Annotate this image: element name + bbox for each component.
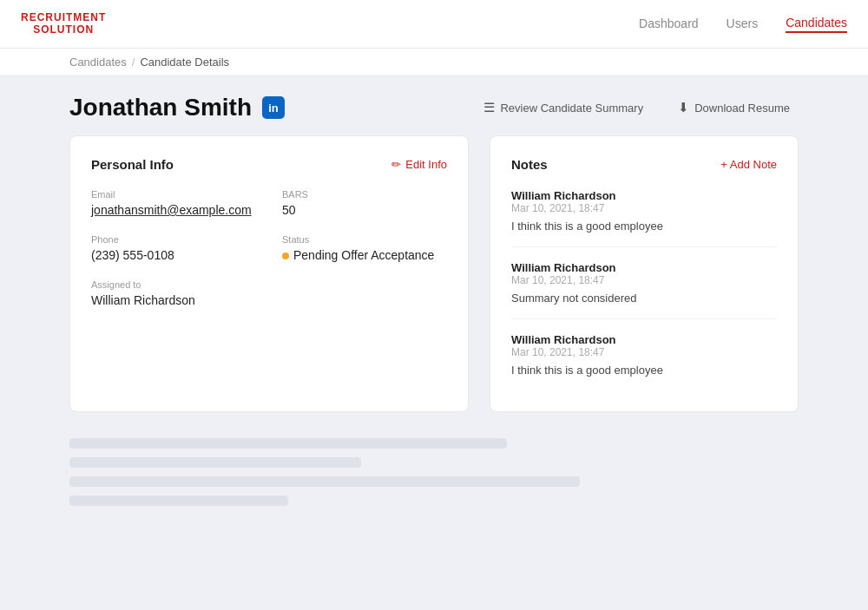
pencil-icon: ✏	[391, 158, 401, 171]
personal-info-grid: Email jonathansmith@example.com BARS 50 …	[91, 189, 447, 307]
notes-header: Notes + Add Note	[511, 157, 777, 172]
assigned-label: Assigned to	[91, 279, 256, 290]
notes-title: Notes	[511, 157, 548, 172]
nav-links: Dashboard Users Candidates	[639, 16, 847, 33]
add-note-button[interactable]: + Add Note	[720, 158, 777, 171]
note-text-1: Summary not considered	[511, 292, 777, 305]
logo: RECRUITMENT SOLUTION	[21, 12, 106, 35]
assigned-value: William Richardson	[91, 293, 256, 307]
note-text-0: I think this is a good employee	[511, 220, 777, 233]
nav-dashboard[interactable]: Dashboard	[639, 16, 699, 32]
note-time-2: Mar 10, 2021, 18:47	[511, 346, 777, 358]
note-entry-0: William Richardson Mar 10, 2021, 18:47 I…	[511, 189, 777, 247]
review-summary-button[interactable]: ☰ Review Candidate Summary	[475, 95, 652, 121]
download-resume-label: Download Resume	[694, 102, 790, 115]
status-label: Status	[282, 234, 447, 245]
main-content: Personal Info ✏ Edit Info Email jonathan…	[0, 135, 868, 412]
breadcrumb-separator: /	[132, 56, 135, 69]
breadcrumb: Candidates / Candidate Details	[0, 49, 868, 76]
download-icon: ⬇	[678, 100, 689, 115]
note-author-1: William Richardson	[511, 261, 777, 274]
assigned-field: Assigned to William Richardson	[91, 279, 256, 307]
nav-candidates[interactable]: Candidates	[786, 16, 847, 33]
email-field: Email jonathansmith@example.com	[91, 189, 256, 217]
note-author-0: William Richardson	[511, 189, 777, 202]
notes-list: William Richardson Mar 10, 2021, 18:47 I…	[511, 189, 777, 390]
phone-field: Phone (239) 555-0108	[91, 234, 256, 262]
blurred-row-4	[69, 495, 288, 506]
top-nav: RECRUITMENT SOLUTION Dashboard Users Can…	[0, 0, 868, 49]
page-title: Jonathan Smith	[69, 94, 252, 121]
note-text-2: I think this is a good employee	[511, 364, 777, 377]
logo-line2: SOLUTION	[33, 24, 94, 36]
blurred-content	[0, 421, 868, 532]
personal-info-card: Personal Info ✏ Edit Info Email jonathan…	[69, 135, 469, 412]
edit-info-button[interactable]: ✏ Edit Info	[391, 158, 447, 171]
edit-info-label: Edit Info	[405, 158, 447, 171]
email-label: Email	[91, 189, 256, 200]
review-summary-label: Review Candidate Summary	[500, 102, 643, 115]
bars-label: BARS	[282, 189, 447, 200]
linkedin-icon[interactable]: in	[262, 96, 285, 119]
page-header: Jonathan Smith in ☰ Review Candidate Sum…	[0, 76, 868, 135]
breadcrumb-current: Candidate Details	[140, 56, 229, 69]
download-resume-button[interactable]: ⬇ Download Resume	[669, 95, 799, 121]
bars-value: 50	[282, 203, 447, 217]
header-actions: ☰ Review Candidate Summary ⬇ Download Re…	[475, 95, 799, 121]
blurred-row-3	[69, 476, 580, 487]
document-icon: ☰	[483, 100, 495, 115]
note-entry-1: William Richardson Mar 10, 2021, 18:47 S…	[511, 261, 777, 319]
blurred-row-1	[69, 438, 507, 449]
bars-field: BARS 50	[282, 189, 447, 217]
status-value: Pending Offer Acceptance	[282, 248, 447, 262]
notes-card: Notes + Add Note William Richardson Mar …	[490, 135, 799, 412]
note-author-2: William Richardson	[511, 333, 777, 346]
personal-info-title: Personal Info	[91, 157, 174, 172]
breadcrumb-parent[interactable]: Candidates	[69, 56, 127, 69]
blurred-row-2	[69, 457, 361, 468]
note-time-1: Mar 10, 2021, 18:47	[511, 274, 777, 286]
phone-value: (239) 555-0108	[91, 248, 256, 262]
nav-users[interactable]: Users	[727, 16, 759, 32]
logo-line1: RECRUITMENT	[21, 12, 106, 23]
title-row: Jonathan Smith in	[69, 94, 285, 121]
email-value: jonathansmith@example.com	[91, 203, 256, 217]
note-entry-2: William Richardson Mar 10, 2021, 18:47 I…	[511, 333, 777, 390]
personal-info-header: Personal Info ✏ Edit Info	[91, 157, 447, 172]
phone-label: Phone	[91, 234, 256, 245]
note-time-0: Mar 10, 2021, 18:47	[511, 202, 777, 214]
status-field: Status Pending Offer Acceptance	[282, 234, 447, 262]
status-dot-icon	[282, 253, 289, 259]
